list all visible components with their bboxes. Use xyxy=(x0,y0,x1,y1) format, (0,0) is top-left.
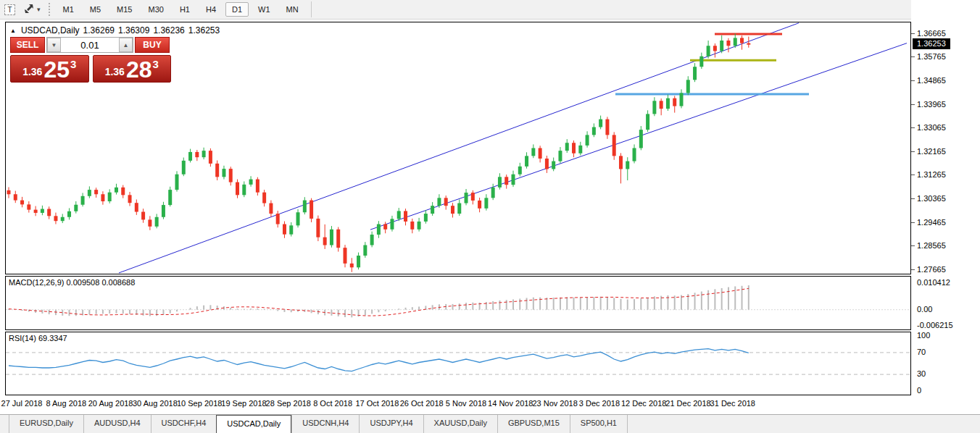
date-axis-label: 31 Dec 2018 xyxy=(710,399,755,408)
price-axis-tick xyxy=(911,56,915,57)
macd-axis-label: 0.010412 xyxy=(917,278,950,287)
volume-increase-button[interactable]: ▲ xyxy=(119,38,133,52)
price-axis[interactable]: 1.366651.357651.348651.339651.330651.321… xyxy=(911,0,980,395)
price-axis-tick xyxy=(911,104,915,105)
sell-price-tile[interactable]: 1.36253 xyxy=(10,55,89,83)
chart-symbol-period: USDCAD,Daily xyxy=(21,25,80,35)
chart-title: ▲ USDCAD,Daily 1.36269 1.36309 1.36236 1… xyxy=(10,25,220,35)
volume-stepper: ▼ ▲ xyxy=(46,37,133,53)
channel-lower-trendline[interactable] xyxy=(370,43,907,230)
timeframe-button-m5[interactable]: M5 xyxy=(83,2,107,17)
date-axis-label: 17 Oct 2018 xyxy=(355,399,399,408)
price-axis-tick xyxy=(911,127,915,128)
price-axis-tick xyxy=(911,198,915,199)
top-toolbar: T ▾ M1M5M15M30H1H4D1W1MN xyxy=(0,0,980,20)
buy-button[interactable]: BUY xyxy=(135,37,170,53)
date-axis[interactable]: 27 Jul 20188 Aug 201820 Aug 201830 Aug 2… xyxy=(0,395,980,414)
price-axis-label: 1.36665 xyxy=(917,29,946,38)
price-axis-label: 1.31265 xyxy=(917,170,946,179)
price-axis-label: 1.29465 xyxy=(917,218,946,227)
price-axis-tick xyxy=(911,175,915,175)
chart-tab-sp500[interactable]: SP500,H1 xyxy=(570,415,628,433)
macd-label: MACD(12,26,9) 0.009508 0.008688 xyxy=(9,278,135,287)
price-axis-label: 1.33965 xyxy=(917,100,946,109)
chart-tab-eurusd[interactable]: EURUSD,Daily xyxy=(9,415,83,433)
rsi-chart xyxy=(6,332,910,395)
timeframe-button-d1[interactable]: D1 xyxy=(225,2,249,17)
arrows-icon xyxy=(24,4,35,16)
toolbar-grip xyxy=(49,3,50,16)
price-axis-label: 1.28565 xyxy=(917,241,946,250)
date-axis-label: 23 Nov 2018 xyxy=(532,399,577,408)
one-click-trading-panel: SELL ▼ ▲ BUY 1.36253 1.36283 xyxy=(10,37,171,83)
date-axis-label: 19 Sep 2018 xyxy=(221,399,266,408)
rsi-line xyxy=(9,349,749,371)
timeframe-button-m15[interactable]: M15 xyxy=(110,2,138,17)
text-tool-button[interactable]: T xyxy=(0,1,20,17)
ohlc-open: 1.36269 xyxy=(83,25,115,35)
chart-tab-usdjpy[interactable]: USDJPY,H4 xyxy=(359,415,423,433)
ohlc-close: 1.36253 xyxy=(188,25,220,35)
price-axis-tick xyxy=(911,80,915,81)
price-axis-tick xyxy=(911,151,915,152)
chart-tab-xauusd[interactable]: XAUUSD,Daily xyxy=(423,415,497,433)
date-axis-label: 10 Sep 2018 xyxy=(177,399,222,408)
date-axis-label: 27 Jul 2018 xyxy=(1,399,43,408)
rsi-axis-label: 100 xyxy=(917,331,930,340)
sell-button[interactable]: SELL xyxy=(10,37,45,53)
sell-price-pips: 25 xyxy=(43,59,70,80)
chart-tab-usdchf[interactable]: USDCHF,H4 xyxy=(151,415,217,433)
trade-controls-row: SELL ▼ ▲ BUY xyxy=(10,37,171,53)
date-axis-label: 21 Dec 2018 xyxy=(665,399,710,408)
timeframe-button-h1[interactable]: H1 xyxy=(173,2,196,17)
timeframe-button-w1[interactable]: W1 xyxy=(252,2,277,17)
rsi-axis-label: 0 xyxy=(917,386,921,395)
date-axis-label: 3 Dec 2018 xyxy=(579,399,620,408)
macd-chart xyxy=(6,277,910,329)
volume-decrease-button[interactable]: ▼ xyxy=(47,38,61,52)
mt4-window: T ▾ M1M5M15M30H1H4D1W1MN ▲ USDCAD,Daily … xyxy=(0,0,980,433)
buy-price-prefix: 1.36 xyxy=(105,66,125,77)
sell-price-point: 3 xyxy=(70,58,76,70)
trade-prices-row: 1.36253 1.36283 xyxy=(10,55,171,83)
price-chart-pane[interactable]: ▲ USDCAD,Daily 1.36269 1.36309 1.36236 1… xyxy=(5,22,911,274)
date-axis-label: 8 Oct 2018 xyxy=(313,399,352,408)
timeframe-button-m1[interactable]: M1 xyxy=(57,2,80,17)
date-axis-label: 26 Oct 2018 xyxy=(400,399,444,408)
timeframe-button-mn[interactable]: MN xyxy=(280,2,305,17)
buy-price-point: 3 xyxy=(153,58,159,70)
chart-tab-usdcad[interactable]: USDCAD,Daily xyxy=(216,415,291,433)
price-axis-label: 1.30365 xyxy=(917,194,946,203)
buy-price-tile[interactable]: 1.36283 xyxy=(93,55,172,83)
price-axis-tick xyxy=(911,245,915,246)
chart-tab-usdcnh[interactable]: USDCNH,H4 xyxy=(291,415,359,433)
rsi-axis-label: 30 xyxy=(917,369,926,378)
collapse-trade-panel-icon[interactable]: ▲ xyxy=(10,28,16,34)
price-axis-label: 1.32165 xyxy=(917,147,946,156)
chart-tab-gbpusd[interactable]: GBPUSD,M15 xyxy=(497,415,570,433)
date-axis-label: 14 Nov 2018 xyxy=(488,399,533,408)
date-axis-label: 30 Aug 2018 xyxy=(133,399,178,408)
price-axis-label: 1.35765 xyxy=(917,52,946,61)
macd-axis-label: -0.006215 xyxy=(917,321,953,329)
rsi-label: RSI(14) 69.3347 xyxy=(9,334,67,342)
macd-axis-label: 0.00 xyxy=(917,305,932,314)
chart-tab-audusd[interactable]: AUDUSD,H4 xyxy=(83,415,151,433)
arrows-tool-button[interactable]: ▾ xyxy=(20,1,45,17)
current-price-tag: 1.36253 xyxy=(913,38,950,49)
price-axis-label: 1.33065 xyxy=(917,123,946,132)
timeframe-button-m30[interactable]: M30 xyxy=(142,2,170,17)
price-axis-tick xyxy=(911,269,915,270)
timeframe-group: M1M5M15M30H1H4D1W1MN xyxy=(55,2,307,17)
volume-input[interactable] xyxy=(61,38,119,52)
date-axis-label: 20 Aug 2018 xyxy=(88,399,133,408)
date-axis-label: 12 Dec 2018 xyxy=(621,399,666,408)
rsi-indicator-pane[interactable]: RSI(14) 69.3347 xyxy=(5,332,911,395)
ohlc-high: 1.36309 xyxy=(118,25,149,35)
buy-price-pips: 28 xyxy=(126,59,152,80)
macd-indicator-pane[interactable]: MACD(12,26,9) 0.009508 0.008688 xyxy=(5,276,911,330)
date-axis-label: 5 Nov 2018 xyxy=(446,399,486,408)
price-axis-tick xyxy=(911,33,915,34)
sell-price-prefix: 1.36 xyxy=(22,66,42,77)
timeframe-button-h4[interactable]: H4 xyxy=(199,2,223,17)
